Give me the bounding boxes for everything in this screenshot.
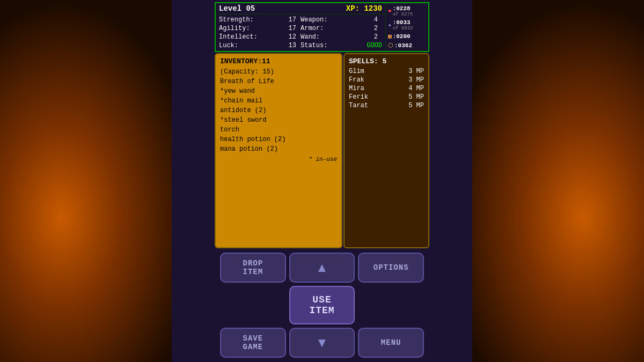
vitals-panel: ❤ :0228 of 0275 ✦ :0033 of 0033 ▦ :0200: [385, 3, 428, 51]
food-current: :0200: [393, 33, 411, 40]
game-container: Level 05 XP: 1230 Strength: 17 Agility: …: [215, 0, 429, 362]
mp-of: of 0033: [393, 26, 413, 31]
level-xp-row: Level 05 XP: 1230: [216, 3, 385, 14]
xp-label: XP: 1230: [346, 4, 382, 13]
food-icon: ▦: [388, 33, 392, 40]
inventory-note: * in-use: [220, 156, 337, 162]
spell-name: Frak: [349, 76, 364, 84]
inventory-capacity: (Capacity: 15): [220, 67, 337, 77]
status-label: Status:: [301, 42, 327, 49]
mp-icon: ✦: [388, 21, 392, 28]
spells-list: Glim3 MPFrak3 MPMira4 MPFerik5 MPTarat5 …: [349, 68, 424, 109]
stats-grid: Strength: 17 Agility: 17 Intellect: 12 L…: [216, 14, 385, 51]
spell-cost: 5 MP: [408, 93, 424, 101]
list-item: *chain mail: [220, 96, 337, 106]
list-item: health potion (2): [220, 135, 337, 144]
luck-label: Luck:: [219, 42, 238, 49]
save-game-button[interactable]: SAVEGAME: [220, 328, 286, 358]
spell-cost: 3 MP: [408, 76, 424, 84]
luck-value: 13: [289, 42, 296, 49]
armor-value: 2: [374, 25, 378, 32]
list-item: torch: [220, 125, 337, 135]
agility-label: Agility:: [219, 25, 250, 32]
food-row: ▦ :0200: [388, 33, 426, 40]
stats-right-col: Weapon: 4 Armor: 2 Wand: 2 Status: GOOD: [301, 16, 382, 50]
mp-values: :0033 of 0033: [393, 19, 413, 31]
spells-title: SPELLS: 5: [349, 57, 424, 65]
list-item: Tarat5 MP: [349, 102, 424, 109]
inventory-panel: INVENTORY:11 (Capacity: 15) Breath of Li…: [215, 53, 342, 248]
status-value: GOOD: [367, 42, 382, 49]
scroll-up-button[interactable]: ▲: [289, 253, 355, 283]
weapon-value: 4: [374, 16, 378, 24]
spell-name: Ferik: [349, 93, 368, 101]
inventory-items-list: Breath of Life*yew wand*chain mailantido…: [220, 77, 337, 154]
agility-row: Agility: 17: [219, 24, 301, 33]
stats-header: Level 05 XP: 1230 Strength: 17 Agility: …: [215, 2, 429, 52]
xp-vital-row: ⬡ :0362: [388, 42, 426, 49]
scroll-down-button[interactable]: ▼: [289, 328, 355, 358]
xp-vital-values: :0362: [394, 42, 412, 49]
list-item: mana potion (2): [220, 144, 337, 154]
hp-of: of 0275: [393, 12, 413, 17]
panels-row: INVENTORY:11 (Capacity: 15) Breath of Li…: [215, 53, 429, 248]
level-label: Level 05: [219, 4, 255, 13]
wand-label: Wand:: [301, 33, 320, 41]
spell-cost: 3 MP: [408, 68, 424, 75]
intellect-row: Intellect: 12: [219, 33, 301, 41]
spell-name: Mira: [349, 85, 364, 92]
strength-label: Strength:: [219, 16, 254, 24]
list-item: Breath of Life: [220, 77, 337, 86]
xp-vital-current: :0362: [394, 42, 412, 49]
mp-row: ✦ :0033 of 0033: [388, 19, 426, 31]
spell-name: Glim: [349, 68, 364, 75]
heart-icon: ❤: [388, 8, 392, 14]
hp-row: ❤ :0228 of 0275: [388, 5, 426, 17]
spells-panel: SPELLS: 5 Glim3 MPFrak3 MPMira4 MPFerik5…: [343, 53, 429, 248]
wand-value: 2: [374, 33, 378, 41]
mp-current: :0033: [393, 19, 413, 26]
list-item: Frak3 MP: [349, 76, 424, 84]
list-item: Mira4 MP: [349, 85, 424, 92]
menu-button[interactable]: MENU: [358, 328, 424, 358]
intellect-label: Intellect:: [219, 33, 258, 41]
luck-row: Luck: 13: [219, 41, 301, 50]
list-item: Ferik5 MP: [349, 93, 424, 101]
list-item: antidote (2): [220, 106, 337, 115]
stats-left-col: Strength: 17 Agility: 17 Intellect: 12 L…: [219, 16, 301, 50]
strength-value: 17: [289, 16, 296, 24]
list-item: Glim3 MP: [349, 68, 424, 75]
spell-cost: 4 MP: [408, 85, 424, 92]
stats-left: Level 05 XP: 1230 Strength: 17 Agility: …: [216, 3, 385, 51]
list-item: *yew wand: [220, 86, 337, 96]
intellect-value: 12: [289, 33, 296, 41]
spell-name: Tarat: [349, 102, 368, 109]
status-row: Status: GOOD: [301, 41, 382, 50]
buttons-area: DROPITEM ▲ OPTIONS USEITEM SAVEGAME ▼ ME…: [215, 248, 429, 362]
use-item-button[interactable]: USEITEM: [289, 286, 355, 324]
drop-item-button[interactable]: DROPITEM: [220, 253, 286, 283]
armor-row: Armor: 2: [301, 24, 382, 33]
list-item: *steel sword: [220, 115, 337, 125]
weapon-row: Weapon: 4: [301, 16, 382, 24]
hp-current: :0228: [393, 5, 413, 12]
food-values: :0200: [393, 33, 411, 40]
weapon-label: Weapon:: [301, 16, 327, 24]
wand-row: Wand: 2: [301, 33, 382, 41]
spell-cost: 5 MP: [408, 102, 424, 109]
strength-row: Strength: 17: [219, 16, 301, 24]
agility-value: 17: [289, 25, 296, 32]
options-button[interactable]: OPTIONS: [358, 253, 424, 283]
hp-values: :0228 of 0275: [393, 5, 413, 17]
xp-vital-icon: ⬡: [388, 42, 393, 49]
inventory-title: INVENTORY:11: [220, 57, 337, 65]
armor-label: Armor:: [301, 25, 324, 32]
